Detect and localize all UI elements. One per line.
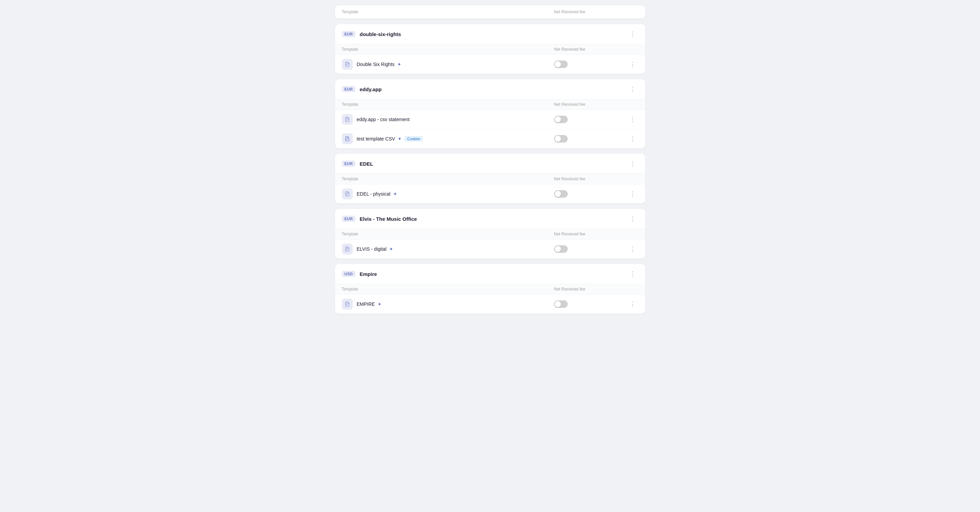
template-name-text: EMPIRE [357,301,375,307]
col-fee-label-elvis-music-office: Net Received fee [554,232,622,237]
currency-badge-edel: EUR [342,161,356,167]
group-name-edel: EDEL [360,161,627,167]
group-more-button-double-six-rights[interactable]: ⋮ [627,29,638,39]
template-name-edel-0: EDEL - physical ✦ [357,191,554,197]
action-col-eddy-app-0: ⋮ [622,114,638,124]
group-more-button-eddy-app[interactable]: ⋮ [627,84,638,94]
sparkle-icon: ✦ [398,136,402,142]
sparkle-icon: ✦ [377,301,382,307]
currency-badge-eddy-app: EUR [342,86,356,92]
top-template-label: Template [342,10,554,14]
group-name-eddy-app: eddy.app [360,86,627,92]
row-more-button-eddy-app-1[interactable]: ⋮ [627,134,638,144]
col-template-label-edel: Template [342,176,554,181]
top-partial-section: Template Net Received fee [335,5,645,19]
template-icon-empire-0 [342,299,353,310]
action-col-elvis-music-office-0: ⋮ [622,244,638,254]
template-name-text: Double Six Rights [357,62,395,67]
group-header-eddy-app: EUR eddy.app ⋮ [335,79,645,99]
group-card-elvis-music-office: EUR Elvis - The Music Office ⋮ Template … [335,209,645,259]
group-more-button-empire[interactable]: ⋮ [627,269,638,279]
col-template-label-eddy-app: Template [342,102,554,107]
toggle-col-empire-0 [554,301,622,308]
template-name-eddy-app-0: eddy.app - csv statement [357,117,554,122]
template-icon-eddy-app-0 [342,114,353,125]
template-icon-elvis-music-office-0 [342,243,353,254]
action-col-empire-0: ⋮ [622,299,638,309]
toggle-col-elvis-music-office-0 [554,245,622,253]
table-header-edel: Template Net Received fee [335,174,645,184]
group-card-edel: EUR EDEL ⋮ Template Net Received fee EDE… [335,154,645,204]
toggle-empire-0[interactable] [554,301,568,308]
toggle-col-eddy-app-1 [554,135,622,143]
template-name-elvis-music-office-0: ELVIS - digital ✦ [357,246,554,252]
col-template-label-double-six-rights: Template [342,47,554,52]
group-more-button-elvis-music-office[interactable]: ⋮ [627,214,638,224]
template-name-text: eddy.app - csv statement [357,117,410,122]
action-col-double-six-rights-0: ⋮ [622,59,638,69]
group-header-double-six-rights: EUR double-six-rights ⋮ [335,24,645,44]
template-row-eddy-app-0: eddy.app - csv statement ⋮ [335,110,645,129]
toggle-double-six-rights-0[interactable] [554,60,568,68]
row-more-button-eddy-app-0[interactable]: ⋮ [627,114,638,124]
group-card-empire: USD Empire ⋮ Template Net Received fee E… [335,264,645,314]
template-name-eddy-app-1: test template CSV ✦ Custom [357,136,554,142]
group-header-elvis-music-office: EUR Elvis - The Music Office ⋮ [335,209,645,229]
toggle-eddy-app-0[interactable] [554,116,568,123]
template-row-elvis-music-office-0: ELVIS - digital ✦ ⋮ [335,240,645,259]
row-more-button-elvis-music-office-0[interactable]: ⋮ [627,244,638,254]
group-name-double-six-rights: double-six-rights [360,31,627,37]
action-col-eddy-app-1: ⋮ [622,134,638,144]
group-more-button-edel[interactable]: ⋮ [627,159,638,169]
row-more-button-edel-0[interactable]: ⋮ [627,189,638,199]
sparkle-icon: ✦ [393,191,397,197]
group-header-empire: USD Empire ⋮ [335,264,645,284]
template-name-empire-0: EMPIRE ✦ [357,301,554,307]
template-name-text: ELVIS - digital [357,246,387,252]
table-header-double-six-rights: Template Net Received fee [335,44,645,55]
template-name-double-six-rights-0: Double Six Rights ✦ [357,62,554,67]
template-name-text: test template CSV [357,136,395,142]
col-fee-label-empire: Net Received fee [554,287,622,291]
col-fee-label-double-six-rights: Net Received fee [554,47,622,52]
sparkle-icon: ✦ [389,246,393,252]
toggle-elvis-music-office-0[interactable] [554,245,568,253]
col-template-label-empire: Template [342,287,554,291]
currency-badge-elvis-music-office: EUR [342,216,356,222]
sparkle-icon: ✦ [397,62,401,67]
row-more-button-empire-0[interactable]: ⋮ [627,299,638,309]
row-more-button-double-six-rights-0[interactable]: ⋮ [627,59,638,69]
table-header-empire: Template Net Received fee [335,284,645,295]
template-icon-eddy-app-1 [342,134,353,144]
top-fee-label: Net Received fee [554,10,622,14]
toggle-col-edel-0 [554,190,622,198]
template-row-eddy-app-1: test template CSV ✦ Custom ⋮ [335,129,645,148]
toggle-col-eddy-app-0 [554,116,622,123]
group-name-empire: Empire [360,271,627,277]
action-col-edel-0: ⋮ [622,189,638,199]
toggle-col-double-six-rights-0 [554,60,622,68]
group-card-eddy-app: EUR eddy.app ⋮ Template Net Received fee… [335,79,645,148]
toggle-edel-0[interactable] [554,190,568,198]
group-header-edel: EUR EDEL ⋮ [335,154,645,174]
template-name-text: EDEL - physical [357,191,390,197]
group-name-elvis-music-office: Elvis - The Music Office [360,216,627,222]
template-row-double-six-rights-0: Double Six Rights ✦ ⋮ [335,55,645,74]
col-template-label-elvis-music-office: Template [342,232,554,237]
template-icon-double-six-rights-0 [342,59,353,70]
custom-badge: Custom [404,136,423,142]
col-fee-label-eddy-app: Net Received fee [554,102,622,107]
toggle-eddy-app-1[interactable] [554,135,568,143]
group-card-double-six-rights: EUR double-six-rights ⋮ Template Net Rec… [335,24,645,74]
table-header-eddy-app: Template Net Received fee [335,99,645,110]
template-row-empire-0: EMPIRE ✦ ⋮ [335,295,645,314]
currency-badge-empire: USD [342,271,356,277]
template-icon-edel-0 [342,188,353,199]
currency-badge-double-six-rights: EUR [342,31,356,37]
table-header-elvis-music-office: Template Net Received fee [335,229,645,240]
col-fee-label-edel: Net Received fee [554,176,622,181]
template-row-edel-0: EDEL - physical ✦ ⋮ [335,184,645,204]
